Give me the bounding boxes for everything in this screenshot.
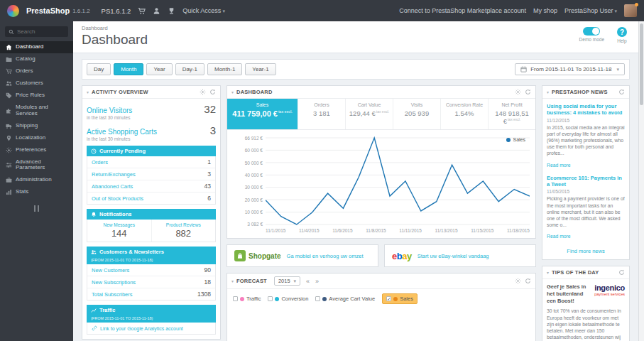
help-control[interactable]: ? Help (617, 27, 627, 43)
chart-legend[interactable]: Sales (506, 137, 525, 142)
refresh-icon[interactable] (618, 89, 625, 95)
filter-day-1-button[interactable]: Day-1 (175, 63, 204, 75)
pending-row[interactable]: Abandoned Carts43 (87, 180, 215, 193)
refresh-icon[interactable] (209, 89, 216, 95)
forecast-year-select[interactable]: 2015▾ (274, 276, 300, 286)
sidebar-item-shipping[interactable]: Shipping (0, 120, 73, 132)
filter-year-1-button[interactable]: Year-1 (245, 63, 275, 75)
ingenico-logo: ingenico payment services (594, 283, 625, 296)
checkbox-icon[interactable] (233, 296, 238, 301)
caret-down-icon: ▾ (222, 9, 225, 13)
sidebar-item-label: Modules and Services (16, 104, 67, 117)
pending-row-label[interactable]: Out of Stock Products (92, 195, 143, 202)
checkbox-icon[interactable] (315, 296, 320, 301)
customers-row-label[interactable]: New Subscriptions (92, 279, 136, 286)
sidebar-item-administration[interactable]: Administration (0, 174, 73, 186)
forecast-legend-conversion[interactable]: Conversion (268, 296, 308, 302)
quick-access-menu[interactable]: Quick Access▾ (182, 7, 225, 14)
sidebar-item-label: Advanced Parameters (16, 159, 67, 172)
topbar: PrestaShop 1.6.1.2 PS1.6.1.2 Quick Acces… (0, 0, 644, 21)
date-range-picker[interactable]: From 2015-11-01 To 2015-11-18 ▾ (515, 63, 625, 75)
pending-row-label[interactable]: Orders (92, 159, 108, 166)
sidebar-item-catalog[interactable]: Catalog (0, 53, 73, 65)
gear-icon[interactable] (515, 89, 521, 95)
refresh-icon[interactable] (525, 278, 531, 284)
news-article-title[interactable]: Ecommerce 101: Payments in a Tweet (547, 175, 625, 188)
sidebar-item-customers[interactable]: Customers (0, 77, 73, 90)
online-visitors-link[interactable]: Online Visitors (87, 107, 132, 114)
forecast-legend-sales[interactable]: Sales (382, 293, 417, 304)
demo-mode-toggle[interactable] (583, 27, 600, 36)
trophy-icon[interactable] (168, 7, 175, 15)
sidebar-item-price-rules[interactable]: Price Rules (0, 90, 73, 102)
filter-year-button[interactable]: Year (146, 63, 172, 75)
demo-mode-control[interactable]: Demo mode (579, 27, 604, 43)
scrollbar-thumb[interactable] (640, 23, 643, 105)
sidebar-item-label: Price Rules (16, 92, 45, 99)
active-carts-link[interactable]: Active Shopping Carts (87, 128, 157, 136)
avatar[interactable] (624, 4, 637, 17)
sidebar-item-dashboard[interactable]: Dashboard (0, 41, 73, 53)
find-more-news-link[interactable]: Find more news (547, 246, 625, 255)
sidebar-search[interactable] (5, 26, 68, 37)
page-scrollbar[interactable] (638, 21, 644, 341)
product-reviews-cell[interactable]: Product Reviews 882 (151, 220, 216, 242)
next-year-button[interactable]: » (315, 278, 319, 285)
marketplace-link[interactable]: Connect to PrestaShop Marketplace accoun… (399, 7, 526, 14)
customers-row-label[interactable]: Total Subscribers (92, 291, 133, 298)
read-more-link[interactable]: Read more (547, 163, 571, 168)
my-shop-link[interactable]: My shop (533, 7, 557, 14)
employee-icon[interactable] (153, 7, 160, 15)
pending-row[interactable]: Return/Exchanges3 (87, 168, 215, 180)
kpi-visits-tab[interactable]: Visits 205 939 (393, 99, 441, 129)
gear-icon[interactable] (200, 89, 206, 95)
customers-row-label[interactable]: New Customers (92, 267, 129, 274)
sidebar-collapse-button[interactable] (0, 198, 73, 219)
sidebar-item-orders[interactable]: Orders (0, 65, 73, 77)
google-analytics-link[interactable]: Link to your Google Analytics account (100, 326, 183, 331)
kpi-orders-tab[interactable]: Orders 3 181 (298, 99, 346, 129)
kpi-cart-value-tab[interactable]: Cart Value 129,44 €tax excl. (346, 99, 393, 129)
page-header: Dashboard Dashboard Demo mode ? Help (73, 21, 638, 53)
filter-day-button[interactable]: Day (87, 63, 111, 75)
kpi-sales-tab[interactable]: Sales 411 759,00 €tax excl. (227, 99, 298, 129)
user-name: PrestaShop User (564, 7, 613, 14)
pending-row[interactable]: Orders1 (87, 156, 215, 168)
read-more-link[interactable]: Read more (547, 234, 571, 239)
sidebar-item-advanced-parameters[interactable]: Advanced Parameters (0, 156, 73, 175)
ebay-promo-link[interactable]: Start uw eBay-winkel vandaag (417, 253, 489, 259)
pending-row[interactable]: Out of Stock Products6 (87, 193, 215, 204)
new-messages-cell[interactable]: New Messages 144 (87, 220, 151, 242)
checkbox-checked-icon[interactable] (386, 296, 391, 301)
sidebar-item-preferences[interactable]: Preferences (0, 144, 73, 156)
pending-row-label[interactable]: Abandoned Carts (92, 183, 133, 190)
news-article-title[interactable]: Using social media for your business: 4 … (547, 103, 625, 117)
filter-month-button[interactable]: Month (114, 63, 143, 75)
shop-name-link[interactable]: PS1.6.1.2 (102, 7, 131, 15)
forecast-legend-average-cart-value[interactable]: Average Cart Value (315, 296, 375, 302)
gear-icon[interactable] (515, 278, 521, 284)
forecast-legend-traffic[interactable]: Traffic (233, 296, 261, 302)
kpi-conversion-rate-tab[interactable]: Conversion Rate 1.54% (441, 99, 489, 129)
user-menu[interactable]: PrestaShop User▾ (564, 7, 617, 14)
refresh-icon[interactable] (525, 89, 531, 95)
kpi-net-profit-tab[interactable]: Net Profit 148 918,51 €tax excl. (489, 99, 535, 129)
prev-year-button[interactable]: « (306, 278, 310, 285)
sidebar-item-modules[interactable]: Modules and Services (0, 102, 73, 120)
kpi-label: Sales (229, 102, 295, 107)
checkbox-icon[interactable] (268, 296, 273, 301)
cart-icon[interactable] (138, 7, 146, 15)
customers-row[interactable]: Total Subscribers1308 (87, 288, 215, 300)
panel-title: FORECAST (236, 278, 267, 284)
pending-row-label[interactable]: Return/Exchanges (92, 171, 136, 178)
customers-row[interactable]: New Customers90 (87, 264, 215, 276)
customers-row[interactable]: New Subscriptions18 (87, 276, 215, 288)
help-label: Help (617, 38, 626, 43)
search-input[interactable] (17, 28, 65, 35)
refresh-icon[interactable] (618, 269, 625, 276)
sidebar-item-localization[interactable]: Localization (0, 132, 73, 144)
filter-month-1-button[interactable]: Month-1 (207, 63, 242, 75)
help-icon[interactable]: ? (617, 27, 627, 37)
shopgate-promo-link[interactable]: Ga mobiel en verhoog uw omzet (287, 253, 364, 259)
sidebar-item-stats[interactable]: Stats (0, 186, 73, 198)
